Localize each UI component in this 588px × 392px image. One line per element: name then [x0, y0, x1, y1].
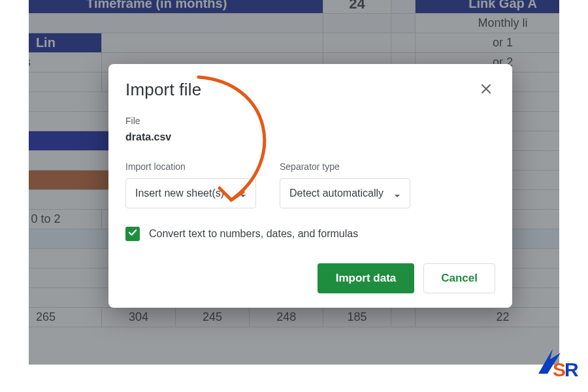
svg-text:R: R: [564, 359, 579, 379]
import-location-label: Import location: [125, 161, 256, 172]
convert-text-checkbox[interactable]: [125, 227, 140, 241]
chevron-down-icon: [240, 190, 246, 197]
check-icon: [128, 228, 137, 240]
chevron-down-icon: [394, 190, 400, 197]
import-location-value: Insert new sheet(s): [135, 188, 224, 199]
convert-text-label: Convert text to numbers, dates, and form…: [149, 228, 358, 240]
import-location-select[interactable]: Insert new sheet(s): [125, 178, 256, 208]
file-label: File: [125, 116, 495, 126]
file-name: drata.csv: [125, 131, 495, 143]
dialog-title: Import file: [125, 80, 495, 100]
cancel-button[interactable]: Cancel: [423, 263, 495, 293]
import-file-dialog: Import file File drata.csv Import locati…: [108, 64, 512, 308]
separator-type-label: Separator type: [280, 161, 410, 172]
separator-type-select[interactable]: Detect automatically: [280, 178, 410, 208]
import-data-button[interactable]: Import data: [318, 263, 415, 293]
close-icon: [481, 84, 491, 97]
separator-type-value: Detect automatically: [289, 188, 384, 199]
svg-text:S: S: [553, 359, 566, 379]
brand-logo: S R: [534, 345, 580, 382]
close-button[interactable]: [474, 78, 498, 102]
